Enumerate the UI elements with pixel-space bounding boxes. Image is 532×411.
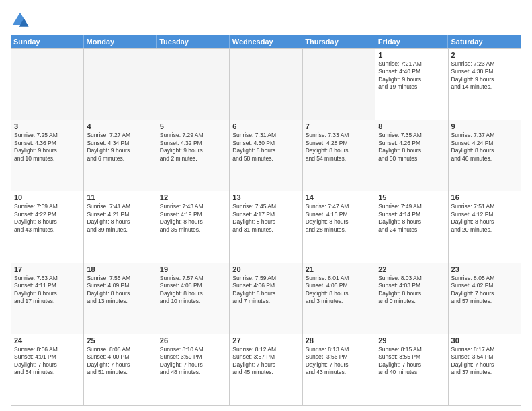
table-row: 30Sunrise: 8:17 AM Sunset: 3:54 PM Dayli… — [449, 334, 521, 406]
cell-info: Sunrise: 8:03 AM Sunset: 4:03 PM Dayligh… — [378, 275, 445, 306]
cell-info: Sunrise: 7:47 AM Sunset: 4:15 PM Dayligh… — [306, 203, 372, 234]
day-number: 19 — [160, 265, 226, 273]
day-number: 18 — [87, 265, 153, 273]
cell-info: Sunrise: 8:08 AM Sunset: 4:00 PM Dayligh… — [87, 346, 153, 377]
table-row: 9Sunrise: 7:37 AM Sunset: 4:24 PM Daylig… — [449, 120, 521, 191]
table-row — [11, 49, 84, 120]
table-row: 10Sunrise: 7:39 AM Sunset: 4:22 PM Dayli… — [11, 191, 84, 263]
table-row: 2Sunrise: 7:23 AM Sunset: 4:38 PM Daylig… — [449, 49, 521, 120]
table-row: 21Sunrise: 8:01 AM Sunset: 4:05 PM Dayli… — [303, 263, 375, 334]
cell-info: Sunrise: 7:21 AM Sunset: 4:40 PM Dayligh… — [378, 60, 445, 91]
day-number: 11 — [87, 193, 153, 201]
calendar-header: SundayMondayTuesdayWednesdayThursdayFrid… — [11, 35, 521, 48]
header-cell-wednesday: Wednesday — [230, 35, 303, 48]
cell-info: Sunrise: 7:39 AM Sunset: 4:22 PM Dayligh… — [14, 203, 81, 234]
calendar: SundayMondayTuesdayWednesdayThursdayFrid… — [11, 35, 521, 406]
table-row: 15Sunrise: 7:49 AM Sunset: 4:14 PM Dayli… — [375, 191, 448, 263]
cell-info: Sunrise: 7:59 AM Sunset: 4:06 PM Dayligh… — [232, 275, 299, 306]
table-row: 16Sunrise: 7:51 AM Sunset: 4:12 PM Dayli… — [449, 191, 521, 263]
cell-info: Sunrise: 7:33 AM Sunset: 4:28 PM Dayligh… — [306, 132, 372, 163]
table-row: 1Sunrise: 7:21 AM Sunset: 4:40 PM Daylig… — [375, 49, 448, 120]
day-number: 25 — [87, 336, 153, 345]
table-row — [230, 49, 302, 120]
day-number: 3 — [14, 122, 81, 130]
table-row: 26Sunrise: 8:10 AM Sunset: 3:59 PM Dayli… — [157, 334, 230, 406]
day-number: 13 — [232, 193, 299, 201]
logo-icon — [11, 11, 30, 30]
table-row — [303, 49, 375, 120]
day-number: 1 — [378, 51, 445, 59]
day-number: 17 — [14, 265, 81, 273]
cell-info: Sunrise: 8:06 AM Sunset: 4:01 PM Dayligh… — [14, 346, 81, 377]
calendar-body: 1Sunrise: 7:21 AM Sunset: 4:40 PM Daylig… — [11, 48, 521, 406]
cell-info: Sunrise: 7:45 AM Sunset: 4:17 PM Dayligh… — [232, 203, 299, 234]
cell-info: Sunrise: 7:27 AM Sunset: 4:34 PM Dayligh… — [87, 132, 153, 163]
day-number: 28 — [306, 336, 372, 345]
header-cell-thursday: Thursday — [302, 35, 375, 48]
table-row: 29Sunrise: 8:15 AM Sunset: 3:55 PM Dayli… — [375, 334, 448, 406]
header-cell-saturday: Saturday — [448, 35, 521, 48]
table-row: 25Sunrise: 8:08 AM Sunset: 4:00 PM Dayli… — [84, 334, 157, 406]
cell-info: Sunrise: 7:31 AM Sunset: 4:30 PM Dayligh… — [232, 132, 299, 163]
table-row: 28Sunrise: 8:13 AM Sunset: 3:56 PM Dayli… — [303, 334, 375, 406]
day-number: 21 — [306, 265, 372, 273]
table-row: 23Sunrise: 8:05 AM Sunset: 4:02 PM Dayli… — [449, 263, 521, 334]
cell-info: Sunrise: 8:05 AM Sunset: 4:02 PM Dayligh… — [451, 275, 518, 306]
day-number: 27 — [232, 336, 299, 345]
table-row: 8Sunrise: 7:35 AM Sunset: 4:26 PM Daylig… — [375, 120, 448, 191]
table-row: 17Sunrise: 7:53 AM Sunset: 4:11 PM Dayli… — [11, 263, 84, 334]
day-number: 4 — [87, 122, 153, 130]
day-number: 29 — [378, 336, 445, 345]
cell-info: Sunrise: 7:23 AM Sunset: 4:38 PM Dayligh… — [451, 60, 518, 91]
table-row: 18Sunrise: 7:55 AM Sunset: 4:09 PM Dayli… — [84, 263, 157, 334]
day-number: 10 — [14, 193, 81, 201]
cell-info: Sunrise: 8:01 AM Sunset: 4:05 PM Dayligh… — [306, 275, 372, 306]
day-number: 26 — [160, 336, 226, 345]
day-number: 30 — [451, 336, 518, 345]
cell-info: Sunrise: 7:51 AM Sunset: 4:12 PM Dayligh… — [451, 203, 518, 234]
cell-info: Sunrise: 7:57 AM Sunset: 4:08 PM Dayligh… — [160, 275, 226, 306]
table-row: 6Sunrise: 7:31 AM Sunset: 4:30 PM Daylig… — [230, 120, 302, 191]
table-row: 27Sunrise: 8:12 AM Sunset: 3:57 PM Dayli… — [230, 334, 302, 406]
header-cell-monday: Monday — [84, 35, 157, 48]
cell-info: Sunrise: 7:55 AM Sunset: 4:09 PM Dayligh… — [87, 275, 153, 306]
day-number: 23 — [451, 265, 518, 273]
calendar-row: 1Sunrise: 7:21 AM Sunset: 4:40 PM Daylig… — [11, 49, 521, 120]
cell-info: Sunrise: 7:43 AM Sunset: 4:19 PM Dayligh… — [160, 203, 226, 234]
page: SundayMondayTuesdayWednesdayThursdayFrid… — [0, 0, 532, 411]
cell-info: Sunrise: 8:15 AM Sunset: 3:55 PM Dayligh… — [378, 346, 445, 377]
table-row: 20Sunrise: 7:59 AM Sunset: 4:06 PM Dayli… — [230, 263, 302, 334]
day-number: 15 — [378, 193, 445, 201]
day-number: 8 — [378, 122, 445, 130]
table-row: 4Sunrise: 7:27 AM Sunset: 4:34 PM Daylig… — [84, 120, 157, 191]
cell-info: Sunrise: 7:41 AM Sunset: 4:21 PM Dayligh… — [87, 203, 153, 234]
cell-info: Sunrise: 8:12 AM Sunset: 3:57 PM Dayligh… — [232, 346, 299, 377]
cell-info: Sunrise: 7:53 AM Sunset: 4:11 PM Dayligh… — [14, 275, 81, 306]
day-number: 14 — [306, 193, 372, 201]
table-row — [157, 49, 230, 120]
header-cell-friday: Friday — [375, 35, 449, 48]
cell-info: Sunrise: 7:35 AM Sunset: 4:26 PM Dayligh… — [378, 132, 445, 163]
day-number: 2 — [451, 51, 518, 59]
cell-info: Sunrise: 7:25 AM Sunset: 4:36 PM Dayligh… — [14, 132, 81, 163]
table-row: 24Sunrise: 8:06 AM Sunset: 4:01 PM Dayli… — [11, 334, 84, 406]
calendar-row: 17Sunrise: 7:53 AM Sunset: 4:11 PM Dayli… — [11, 263, 521, 334]
calendar-row: 3Sunrise: 7:25 AM Sunset: 4:36 PM Daylig… — [11, 120, 521, 191]
table-row: 13Sunrise: 7:45 AM Sunset: 4:17 PM Dayli… — [230, 191, 302, 263]
day-number: 12 — [160, 193, 226, 201]
cell-info: Sunrise: 8:13 AM Sunset: 3:56 PM Dayligh… — [306, 346, 372, 377]
day-number: 7 — [306, 122, 372, 130]
day-number: 20 — [232, 265, 299, 273]
day-number: 16 — [451, 193, 518, 201]
table-row: 7Sunrise: 7:33 AM Sunset: 4:28 PM Daylig… — [303, 120, 375, 191]
day-number: 9 — [451, 122, 518, 130]
table-row: 11Sunrise: 7:41 AM Sunset: 4:21 PM Dayli… — [84, 191, 157, 263]
header — [11, 11, 521, 30]
table-row: 12Sunrise: 7:43 AM Sunset: 4:19 PM Dayli… — [157, 191, 230, 263]
table-row: 22Sunrise: 8:03 AM Sunset: 4:03 PM Dayli… — [375, 263, 448, 334]
table-row: 5Sunrise: 7:29 AM Sunset: 4:32 PM Daylig… — [157, 120, 230, 191]
table-row: 14Sunrise: 7:47 AM Sunset: 4:15 PM Dayli… — [303, 191, 375, 263]
day-number: 5 — [160, 122, 226, 130]
cell-info: Sunrise: 8:10 AM Sunset: 3:59 PM Dayligh… — [160, 346, 226, 377]
day-number: 6 — [232, 122, 299, 130]
